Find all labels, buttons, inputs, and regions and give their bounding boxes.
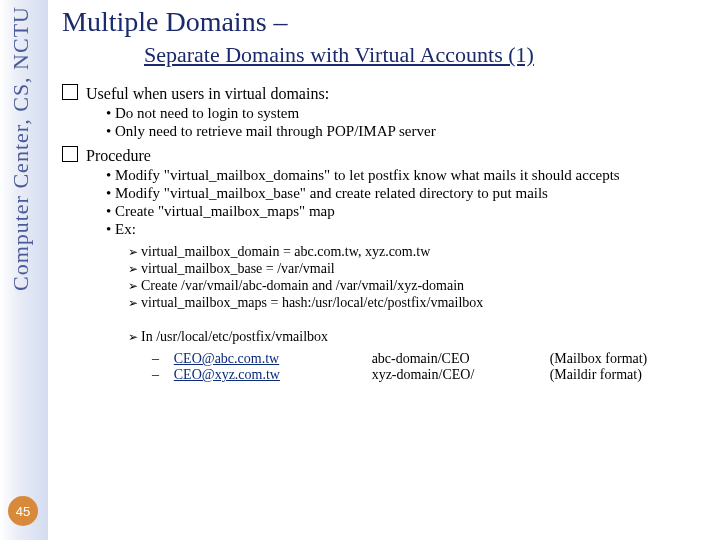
checkbox-icon: [62, 84, 78, 100]
directory-cell: abc-domain/CEO: [372, 351, 550, 367]
page-number: 45: [8, 496, 38, 526]
sub-bullet: Create "virtual_mailbox_maps" map: [106, 203, 708, 220]
sub-bullet: Modify "virtual_mailbox_domains" to let …: [106, 167, 708, 184]
bullet-procedure: Procedure Modify "virtual_mailbox_domain…: [62, 146, 708, 383]
example-line: virtual_mailbox_base = /var/vmail: [128, 261, 708, 277]
format-cell: (Maildir format): [550, 367, 708, 383]
email-link[interactable]: CEO@abc.com.tw: [174, 351, 279, 366]
bullet-text: Procedure: [86, 147, 151, 164]
example-line: virtual_mailbox_domain = abc.com.tw, xyz…: [128, 244, 708, 260]
example-line: In /usr/local/etc/postfix/vmailbox: [128, 329, 708, 345]
directory-cell: xyz-domain/CEO/: [372, 367, 550, 383]
sub-bullet: Modify "virtual_mailbox_base" and create…: [106, 185, 708, 202]
table-row: – CEO@xyz.com.tw xyz-domain/CEO/ (Maildi…: [152, 367, 708, 383]
example-line: Create /var/vmail/abc-domain and /var/vm…: [128, 278, 708, 294]
bullet-text: Useful when users in virtual domains:: [86, 85, 329, 102]
table-row: – CEO@abc.com.tw abc-domain/CEO (Mailbox…: [152, 351, 708, 367]
slide-content: Multiple Domains – Separate Domains with…: [62, 6, 708, 387]
sub-bullet: Ex:: [106, 221, 708, 238]
example-line: virtual_mailbox_maps = hash:/usr/local/e…: [128, 295, 708, 311]
sub-bullet: Do not need to login to system: [106, 105, 708, 122]
sub-bullet: Only need to retrieve mail through POP/I…: [106, 123, 708, 140]
email-link[interactable]: CEO@xyz.com.tw: [174, 367, 280, 382]
mapping-table: – CEO@abc.com.tw abc-domain/CEO (Mailbox…: [152, 351, 708, 383]
slide-title: Multiple Domains –: [62, 6, 708, 38]
institution-label: Computer Center, CS, NCTU: [8, 6, 34, 291]
checkbox-icon: [62, 146, 78, 162]
format-cell: (Mailbox format): [550, 351, 708, 367]
slide-subtitle: Separate Domains with Virtual Accounts (…: [144, 42, 708, 68]
sidebar: Computer Center, CS, NCTU 45: [0, 0, 48, 540]
bullet-useful: Useful when users in virtual domains: Do…: [62, 84, 708, 140]
